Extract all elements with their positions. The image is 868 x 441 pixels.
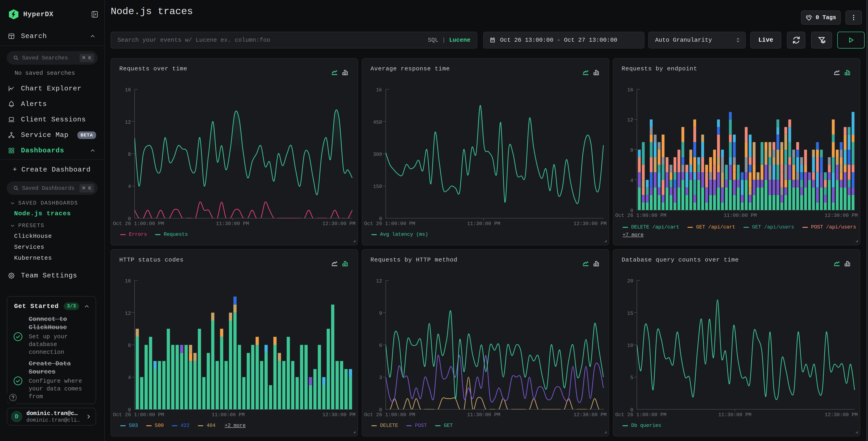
svg-text:Oct 26 1:00:00 PM: Oct 26 1:00:00 PM — [113, 221, 164, 227]
svg-text:8: 8 — [128, 152, 131, 157]
svg-text:11:30:00 PM: 11:30:00 PM — [467, 221, 500, 227]
svg-text:20: 20 — [627, 278, 633, 284]
svg-text:12:30:00 PM: 12:30:00 PM — [322, 221, 355, 227]
svg-text:Oct 26 1:00:00 PM: Oct 26 1:00:00 PM — [113, 412, 164, 418]
svg-text:11:30:00 PM: 11:30:00 PM — [718, 412, 751, 418]
svg-text:Oct 26 1:00:00 PM: Oct 26 1:00:00 PM — [364, 221, 415, 227]
svg-text:6: 6 — [379, 343, 382, 349]
svg-text:450: 450 — [373, 120, 382, 125]
svg-text:5: 5 — [630, 375, 633, 381]
svg-text:4: 4 — [128, 184, 131, 189]
svg-text:12:30:00 PM: 12:30:00 PM — [825, 412, 858, 418]
svg-text:12: 12 — [125, 120, 131, 125]
svg-text:Oct 26 1:00:00 PM: Oct 26 1:00:00 PM — [615, 213, 666, 218]
svg-text:11:30:00 PM: 11:30:00 PM — [467, 412, 500, 418]
svg-text:Oct 26 1:00:00 PM: Oct 26 1:00:00 PM — [364, 412, 415, 418]
svg-text:12:30:00 PM: 12:30:00 PM — [574, 221, 607, 227]
svg-text:11:00:00 PM: 11:00:00 PM — [724, 213, 757, 218]
svg-text:9: 9 — [379, 311, 382, 316]
svg-text:4: 4 — [630, 178, 633, 184]
svg-text:300: 300 — [373, 152, 382, 157]
svg-text:12: 12 — [376, 278, 382, 284]
svg-text:4: 4 — [128, 375, 131, 381]
svg-text:12: 12 — [125, 311, 131, 316]
svg-text:8: 8 — [128, 343, 131, 349]
svg-text:16: 16 — [627, 87, 633, 93]
svg-text:12:30:00 PM: 12:30:00 PM — [574, 412, 607, 418]
svg-text:16: 16 — [125, 87, 131, 93]
svg-text:150: 150 — [373, 184, 382, 189]
svg-text:8: 8 — [630, 148, 633, 153]
svg-text:10: 10 — [627, 343, 633, 349]
svg-text:1k: 1k — [376, 87, 382, 93]
svg-text:Oct 26 1:00:00 PM: Oct 26 1:00:00 PM — [615, 412, 666, 418]
svg-text:12:30:00 PM: 12:30:00 PM — [322, 412, 355, 418]
svg-text:11:30:00 PM: 11:30:00 PM — [216, 221, 249, 227]
svg-text:3: 3 — [379, 375, 382, 381]
svg-text:15: 15 — [627, 311, 633, 316]
svg-text:11:00:00 PM: 11:00:00 PM — [212, 412, 245, 418]
svg-text:12:30:00 PM: 12:30:00 PM — [825, 213, 858, 218]
svg-text:16: 16 — [125, 278, 131, 284]
svg-text:12: 12 — [627, 117, 633, 123]
